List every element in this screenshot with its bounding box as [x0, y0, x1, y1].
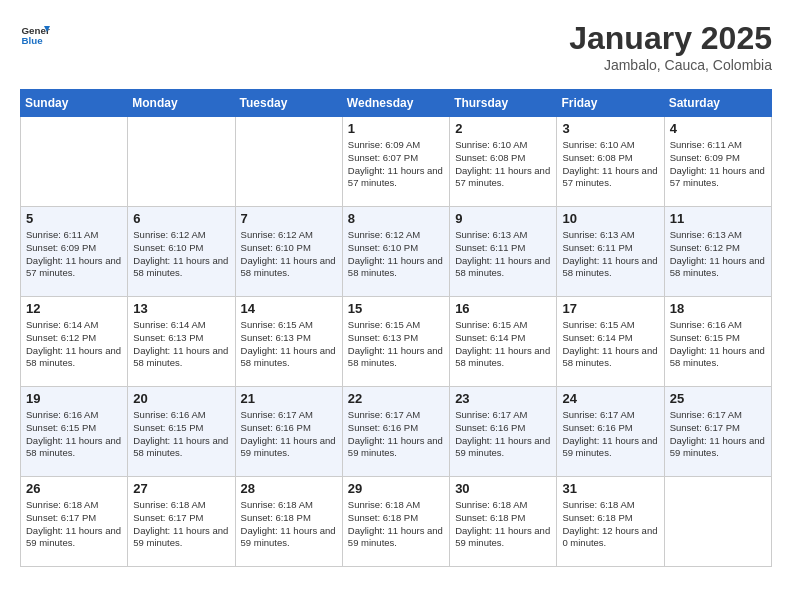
day-info: Sunrise: 6:17 AMSunset: 6:16 PMDaylight:…	[455, 409, 551, 460]
day-number: 21	[241, 391, 337, 406]
calendar-cell	[21, 117, 128, 207]
calendar-cell: 4Sunrise: 6:11 AMSunset: 6:09 PMDaylight…	[664, 117, 771, 207]
calendar-cell: 1Sunrise: 6:09 AMSunset: 6:07 PMDaylight…	[342, 117, 449, 207]
calendar-week-row: 19Sunrise: 6:16 AMSunset: 6:15 PMDayligh…	[21, 387, 772, 477]
day-number: 2	[455, 121, 551, 136]
calendar-cell	[128, 117, 235, 207]
calendar-cell: 13Sunrise: 6:14 AMSunset: 6:13 PMDayligh…	[128, 297, 235, 387]
calendar-week-row: 5Sunrise: 6:11 AMSunset: 6:09 PMDaylight…	[21, 207, 772, 297]
day-number: 20	[133, 391, 229, 406]
day-info: Sunrise: 6:12 AMSunset: 6:10 PMDaylight:…	[241, 229, 337, 280]
calendar-cell: 15Sunrise: 6:15 AMSunset: 6:13 PMDayligh…	[342, 297, 449, 387]
day-info: Sunrise: 6:14 AMSunset: 6:12 PMDaylight:…	[26, 319, 122, 370]
calendar-cell: 11Sunrise: 6:13 AMSunset: 6:12 PMDayligh…	[664, 207, 771, 297]
calendar-cell: 6Sunrise: 6:12 AMSunset: 6:10 PMDaylight…	[128, 207, 235, 297]
day-number: 12	[26, 301, 122, 316]
calendar-cell: 27Sunrise: 6:18 AMSunset: 6:17 PMDayligh…	[128, 477, 235, 567]
day-number: 27	[133, 481, 229, 496]
day-info: Sunrise: 6:18 AMSunset: 6:18 PMDaylight:…	[455, 499, 551, 550]
day-info: Sunrise: 6:12 AMSunset: 6:10 PMDaylight:…	[348, 229, 444, 280]
calendar-week-row: 26Sunrise: 6:18 AMSunset: 6:17 PMDayligh…	[21, 477, 772, 567]
day-number: 7	[241, 211, 337, 226]
day-number: 30	[455, 481, 551, 496]
day-number: 5	[26, 211, 122, 226]
day-info: Sunrise: 6:10 AMSunset: 6:08 PMDaylight:…	[455, 139, 551, 190]
day-info: Sunrise: 6:16 AMSunset: 6:15 PMDaylight:…	[670, 319, 766, 370]
weekday-header: Monday	[128, 90, 235, 117]
calendar-cell: 9Sunrise: 6:13 AMSunset: 6:11 PMDaylight…	[450, 207, 557, 297]
day-number: 10	[562, 211, 658, 226]
calendar-cell	[235, 117, 342, 207]
calendar-cell: 2Sunrise: 6:10 AMSunset: 6:08 PMDaylight…	[450, 117, 557, 207]
day-number: 25	[670, 391, 766, 406]
weekday-header: Friday	[557, 90, 664, 117]
calendar-cell: 16Sunrise: 6:15 AMSunset: 6:14 PMDayligh…	[450, 297, 557, 387]
day-number: 16	[455, 301, 551, 316]
day-number: 9	[455, 211, 551, 226]
weekday-header: Saturday	[664, 90, 771, 117]
svg-text:Blue: Blue	[22, 35, 44, 46]
day-number: 29	[348, 481, 444, 496]
day-number: 24	[562, 391, 658, 406]
day-info: Sunrise: 6:13 AMSunset: 6:12 PMDaylight:…	[670, 229, 766, 280]
day-number: 26	[26, 481, 122, 496]
calendar-cell: 17Sunrise: 6:15 AMSunset: 6:14 PMDayligh…	[557, 297, 664, 387]
calendar-cell: 25Sunrise: 6:17 AMSunset: 6:17 PMDayligh…	[664, 387, 771, 477]
day-number: 1	[348, 121, 444, 136]
day-number: 13	[133, 301, 229, 316]
title-area: January 2025 Jambalo, Cauca, Colombia	[569, 20, 772, 73]
day-number: 31	[562, 481, 658, 496]
day-info: Sunrise: 6:10 AMSunset: 6:08 PMDaylight:…	[562, 139, 658, 190]
calendar-cell: 7Sunrise: 6:12 AMSunset: 6:10 PMDaylight…	[235, 207, 342, 297]
day-info: Sunrise: 6:17 AMSunset: 6:16 PMDaylight:…	[562, 409, 658, 460]
day-info: Sunrise: 6:09 AMSunset: 6:07 PMDaylight:…	[348, 139, 444, 190]
calendar-cell: 30Sunrise: 6:18 AMSunset: 6:18 PMDayligh…	[450, 477, 557, 567]
day-number: 23	[455, 391, 551, 406]
calendar-table: SundayMondayTuesdayWednesdayThursdayFrid…	[20, 89, 772, 567]
header: General Blue January 2025 Jambalo, Cauca…	[20, 20, 772, 73]
month-title: January 2025	[569, 20, 772, 57]
day-info: Sunrise: 6:13 AMSunset: 6:11 PMDaylight:…	[455, 229, 551, 280]
logo-icon: General Blue	[20, 20, 50, 50]
day-number: 3	[562, 121, 658, 136]
calendar-cell: 24Sunrise: 6:17 AMSunset: 6:16 PMDayligh…	[557, 387, 664, 477]
day-info: Sunrise: 6:11 AMSunset: 6:09 PMDaylight:…	[26, 229, 122, 280]
calendar-cell: 22Sunrise: 6:17 AMSunset: 6:16 PMDayligh…	[342, 387, 449, 477]
day-number: 4	[670, 121, 766, 136]
day-number: 15	[348, 301, 444, 316]
day-number: 14	[241, 301, 337, 316]
day-info: Sunrise: 6:18 AMSunset: 6:18 PMDaylight:…	[348, 499, 444, 550]
calendar-cell: 10Sunrise: 6:13 AMSunset: 6:11 PMDayligh…	[557, 207, 664, 297]
day-number: 19	[26, 391, 122, 406]
day-info: Sunrise: 6:18 AMSunset: 6:17 PMDaylight:…	[133, 499, 229, 550]
day-info: Sunrise: 6:17 AMSunset: 6:16 PMDaylight:…	[241, 409, 337, 460]
calendar-cell: 23Sunrise: 6:17 AMSunset: 6:16 PMDayligh…	[450, 387, 557, 477]
day-info: Sunrise: 6:17 AMSunset: 6:17 PMDaylight:…	[670, 409, 766, 460]
day-number: 28	[241, 481, 337, 496]
calendar-cell: 21Sunrise: 6:17 AMSunset: 6:16 PMDayligh…	[235, 387, 342, 477]
calendar-cell: 19Sunrise: 6:16 AMSunset: 6:15 PMDayligh…	[21, 387, 128, 477]
calendar-cell: 29Sunrise: 6:18 AMSunset: 6:18 PMDayligh…	[342, 477, 449, 567]
calendar-cell: 18Sunrise: 6:16 AMSunset: 6:15 PMDayligh…	[664, 297, 771, 387]
day-info: Sunrise: 6:15 AMSunset: 6:13 PMDaylight:…	[241, 319, 337, 370]
weekday-header: Thursday	[450, 90, 557, 117]
day-info: Sunrise: 6:17 AMSunset: 6:16 PMDaylight:…	[348, 409, 444, 460]
calendar-cell: 20Sunrise: 6:16 AMSunset: 6:15 PMDayligh…	[128, 387, 235, 477]
day-info: Sunrise: 6:15 AMSunset: 6:14 PMDaylight:…	[562, 319, 658, 370]
day-info: Sunrise: 6:15 AMSunset: 6:13 PMDaylight:…	[348, 319, 444, 370]
calendar-cell: 28Sunrise: 6:18 AMSunset: 6:18 PMDayligh…	[235, 477, 342, 567]
calendar-cell: 12Sunrise: 6:14 AMSunset: 6:12 PMDayligh…	[21, 297, 128, 387]
day-info: Sunrise: 6:18 AMSunset: 6:18 PMDaylight:…	[562, 499, 658, 550]
day-number: 8	[348, 211, 444, 226]
calendar-cell: 5Sunrise: 6:11 AMSunset: 6:09 PMDaylight…	[21, 207, 128, 297]
day-info: Sunrise: 6:18 AMSunset: 6:18 PMDaylight:…	[241, 499, 337, 550]
day-number: 17	[562, 301, 658, 316]
weekday-header: Wednesday	[342, 90, 449, 117]
calendar-cell: 26Sunrise: 6:18 AMSunset: 6:17 PMDayligh…	[21, 477, 128, 567]
day-info: Sunrise: 6:13 AMSunset: 6:11 PMDaylight:…	[562, 229, 658, 280]
calendar-cell: 3Sunrise: 6:10 AMSunset: 6:08 PMDaylight…	[557, 117, 664, 207]
calendar-cell	[664, 477, 771, 567]
day-info: Sunrise: 6:18 AMSunset: 6:17 PMDaylight:…	[26, 499, 122, 550]
location: Jambalo, Cauca, Colombia	[569, 57, 772, 73]
day-info: Sunrise: 6:16 AMSunset: 6:15 PMDaylight:…	[26, 409, 122, 460]
